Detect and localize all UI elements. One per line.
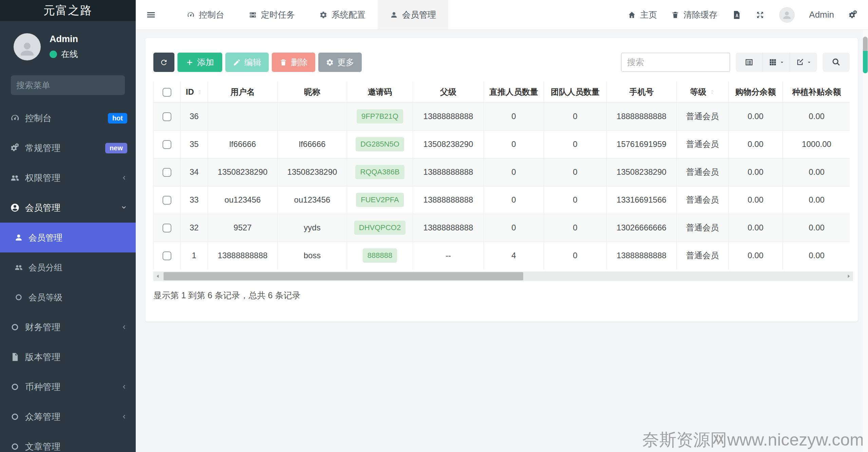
cell-level: 普通会员 <box>677 242 729 269</box>
page-scrollbar-thumb-accent[interactable] <box>863 51 868 73</box>
tab-console[interactable]: 控制台 <box>174 0 237 30</box>
cell-username: 13508238290 <box>208 158 278 186</box>
cell-id: 34 <box>181 158 208 186</box>
delete-button[interactable]: 删除 <box>272 53 315 72</box>
chevron-left-icon <box>120 413 127 420</box>
column-header-shopping-balance: 购物分余额 <box>729 81 783 102</box>
sidebar-item-currencies[interactable]: 币种管理 <box>0 372 136 402</box>
grid-icon <box>768 58 777 67</box>
hot-badge: hot <box>108 113 127 124</box>
sidebar-subitem-member-list[interactable]: 会员管理 <box>0 223 136 252</box>
page-scrollbar-thumb[interactable] <box>863 37 868 51</box>
clear-cache-label: 清除缓存 <box>683 9 717 20</box>
sidebar-item-finance[interactable]: 财务管理 <box>0 312 136 342</box>
horizontal-scrollbar[interactable] <box>153 271 853 281</box>
avatar[interactable] <box>779 7 795 23</box>
row-checkbox[interactable] <box>163 251 171 260</box>
table-body: 369FP7B21Q138888888880018888888888普通会员0.… <box>154 102 850 269</box>
cell-parent: -- <box>413 242 484 269</box>
table-search-input[interactable] <box>621 53 730 72</box>
cell-phone: 18888888888 <box>607 102 677 130</box>
select-all-checkbox[interactable] <box>163 88 171 97</box>
sidebar-item-console[interactable]: 控制台 hot <box>0 103 136 133</box>
sidebar-item-permissions[interactable]: 权限管理 <box>0 163 136 193</box>
circle-icon <box>14 293 23 302</box>
search-button[interactable] <box>823 53 850 72</box>
fullscreen-icon[interactable] <box>755 10 765 20</box>
scroll-right-icon[interactable] <box>845 273 852 280</box>
home-link[interactable]: 主页 <box>628 9 657 20</box>
column-header-username: 用户名 <box>208 81 278 102</box>
cell-username: lf66666 <box>208 130 278 158</box>
cell-id: 1 <box>181 242 208 269</box>
horizontal-scrollbar-thumb[interactable] <box>164 272 523 280</box>
page-scrollbar[interactable] <box>863 30 868 452</box>
pencil-icon <box>233 58 241 67</box>
column-header-parent: 父级 <box>413 81 484 102</box>
circle-icon <box>10 412 20 421</box>
user-icon <box>14 233 23 242</box>
language-icon[interactable] <box>732 10 741 20</box>
dashboard-icon <box>187 11 195 19</box>
cell-nickname: boss <box>278 242 347 269</box>
export-dropdown-button[interactable] <box>790 53 817 72</box>
sidebar-subitem-member-groups[interactable]: 会员分组 <box>0 252 136 282</box>
columns-dropdown-button[interactable] <box>763 53 790 72</box>
cell-subsidy-balance: 0.00 <box>783 158 850 186</box>
scroll-left-icon[interactable] <box>154 273 161 280</box>
more-button[interactable]: 更多 <box>318 53 362 72</box>
home-icon <box>628 11 636 19</box>
row-checkbox[interactable] <box>163 112 171 121</box>
invite-code-badge: 9FP7B21Q <box>357 109 403 124</box>
sidebar-item-versions[interactable]: 版本管理 <box>0 342 136 372</box>
sort-icon <box>709 88 715 96</box>
table-row: 369FP7B21Q138888888880018888888888普通会员0.… <box>154 102 850 130</box>
sidebar-item-label: 权限管理 <box>25 172 120 184</box>
circle-icon <box>10 382 20 392</box>
tasks-icon <box>249 11 257 19</box>
home-label: 主页 <box>640 9 657 20</box>
row-checkbox[interactable] <box>163 140 171 149</box>
cell-level: 普通会员 <box>677 130 729 158</box>
column-header-id[interactable]: ID <box>181 81 208 102</box>
users-icon <box>10 173 20 183</box>
sidebar-item-members[interactable]: 会员管理 <box>0 193 136 223</box>
sidebar-item-general[interactable]: 常规管理 new <box>0 133 136 163</box>
add-button[interactable]: 添加 <box>177 53 222 72</box>
column-header-level[interactable]: 等级 <box>677 81 729 102</box>
row-checkbox[interactable] <box>163 168 171 177</box>
sidebar-toggle-button[interactable] <box>136 0 166 30</box>
cogs-icon <box>10 143 20 153</box>
tab-member-management[interactable]: 会员管理 <box>378 0 448 30</box>
detail-view-button[interactable] <box>736 53 763 72</box>
cell-phone: 13508238290 <box>607 158 677 186</box>
row-checkbox[interactable] <box>163 196 171 205</box>
cell-team-count: 0 <box>544 214 607 242</box>
settings-cogs-icon[interactable] <box>848 10 858 20</box>
navbar-username[interactable]: Admin <box>809 10 834 20</box>
navbar-right: 主页 清除缓存 Admin <box>628 0 868 30</box>
invite-code-badge: 888888 <box>363 248 397 263</box>
avatar <box>14 33 41 60</box>
row-checkbox[interactable] <box>163 224 171 232</box>
tab-system-config[interactable]: 系统配置 <box>307 0 378 30</box>
list-alt-icon <box>744 58 754 67</box>
refresh-button[interactable] <box>153 53 174 72</box>
online-dot-icon <box>50 51 57 58</box>
sidebar-item-crowdfunding[interactable]: 众筹管理 <box>0 402 136 432</box>
sidebar-search-input[interactable] <box>16 80 126 90</box>
clear-cache-button[interactable]: 清除缓存 <box>671 9 717 20</box>
trash-icon <box>671 11 679 19</box>
cell-level: 普通会员 <box>677 158 729 186</box>
delete-label: 删除 <box>291 57 308 68</box>
edit-button[interactable]: 编辑 <box>225 53 269 72</box>
circle-icon <box>10 442 20 451</box>
column-header-phone: 手机号 <box>607 81 677 102</box>
cell-nickname <box>278 102 347 130</box>
table-header-row: ID 用户名 昵称 邀请码 父级 直推人员数量 团队人员数量 手机号 等级 购物… <box>154 81 850 102</box>
sidebar-item-articles[interactable]: 文章管理 <box>0 432 136 452</box>
user-icon <box>390 11 398 19</box>
sidebar-subitem-member-levels[interactable]: 会员等级 <box>0 282 136 312</box>
cell-parent: 13888888888 <box>413 186 484 214</box>
tab-scheduled-tasks[interactable]: 定时任务 <box>237 0 307 30</box>
